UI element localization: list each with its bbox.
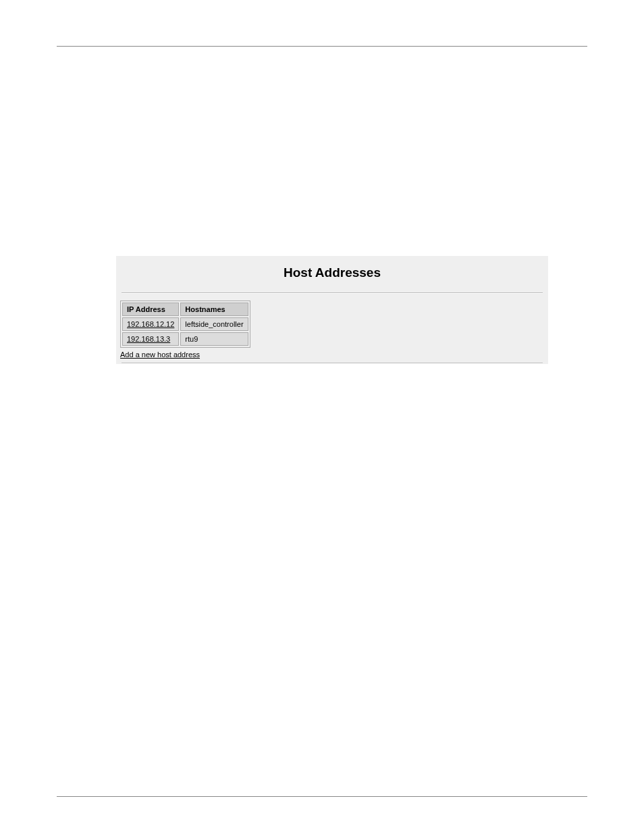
panel-title: Host Addresses [116, 256, 548, 292]
ip-link[interactable]: 192.168.12.12 [127, 320, 174, 328]
table-row: 192.168.12.12 leftside_controller [122, 317, 248, 331]
host-addresses-table: IP Address Hostnames 192.168.12.12 lefts… [120, 301, 250, 348]
cell-hostname: leftside_controller [180, 317, 248, 331]
host-addresses-panel: Host Addresses IP Address Hostnames 192.… [116, 256, 548, 364]
ip-link[interactable]: 192.168.13.3 [127, 335, 170, 343]
cell-hostname: rtu9 [180, 332, 248, 346]
col-header-ip: IP Address [122, 303, 179, 316]
panel-divider-top [122, 292, 543, 294]
cell-ip: 192.168.12.12 [122, 317, 179, 331]
table-header-row: IP Address Hostnames [122, 303, 248, 316]
cell-ip: 192.168.13.3 [122, 332, 179, 346]
table-row: 192.168.13.3 rtu9 [122, 332, 248, 346]
bottom-divider [57, 796, 587, 797]
col-header-hostnames: Hostnames [180, 303, 248, 316]
panel-divider-bottom [122, 363, 543, 364]
add-host-link[interactable]: Add a new host address [120, 350, 200, 359]
top-divider [57, 46, 587, 47]
